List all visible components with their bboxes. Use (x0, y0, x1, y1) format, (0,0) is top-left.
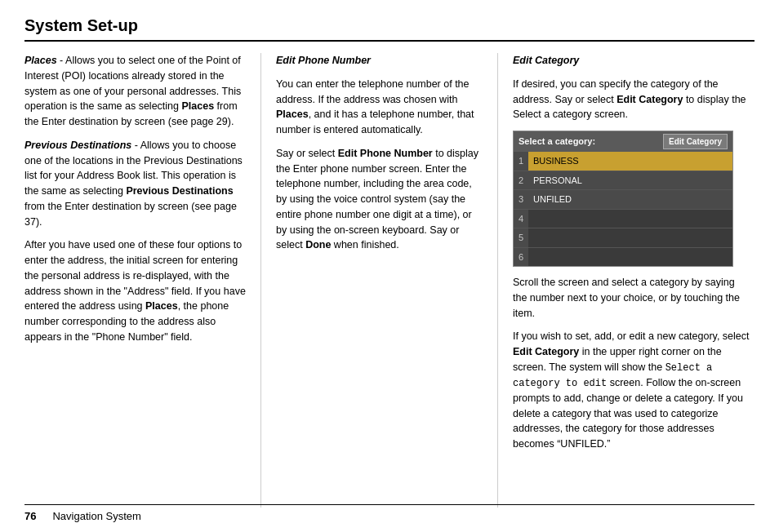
edit-phone-bold: Edit Phone Number (338, 148, 433, 159)
column-left: Places - Allows you to select one of the… (24, 53, 261, 508)
prev-dest-label: Previous Destinations (24, 140, 131, 151)
column-middle: Edit Phone Number You can enter the tele… (261, 53, 498, 508)
right-paragraph-1: If desired, you can specify the category… (513, 77, 751, 122)
nav-row-6-text (528, 248, 732, 267)
nav-screen-header: Select a category: Edit Category (514, 131, 732, 152)
nav-row-3-text: UNFILED (528, 190, 732, 209)
left-paragraph-2: Previous Destinations - Allows you to ch… (24, 138, 246, 230)
right-section-title-p: Edit Category (513, 53, 751, 69)
page-title: System Set-up (24, 16, 755, 42)
nav-row-2[interactable]: 2 PERSONAL (514, 171, 732, 191)
nav-row-5-num: 5 (514, 228, 528, 247)
nav-row-1[interactable]: 1 BUSINESS (514, 152, 732, 171)
right-paragraph-2: Scroll the screen and select a category … (513, 275, 751, 321)
nav-row-2-text: PERSONAL (528, 171, 732, 190)
edit-category-bold: Edit Category (617, 94, 683, 105)
left-p2-mid: from the Enter destination by screen (se… (24, 201, 237, 228)
nav-row-6: 6 (514, 248, 732, 267)
middle-paragraph-1: You can enter the telephone number of th… (276, 77, 483, 138)
select-category-display: Select a category to edit (513, 362, 712, 389)
edit-phone-title: Edit Phone Number (276, 55, 371, 66)
content-area: Places - Allows you to select one of the… (24, 53, 755, 508)
nav-row-4-num: 4 (514, 210, 528, 228)
page-container: System Set-up Places - Allows you to sel… (0, 0, 779, 532)
nav-row-1-num: 1 (514, 152, 528, 171)
nav-screen: Select a category: Edit Category 1 BUSIN… (513, 131, 733, 267)
nav-edit-category-btn[interactable]: Edit Category (663, 134, 728, 149)
left-paragraph-3: After you have used one of these four op… (24, 237, 246, 344)
prev-dest-bold: Previous Destinations (126, 185, 233, 197)
footer-nav-title: Navigation System (52, 510, 140, 522)
nav-row-6-num: 6 (514, 248, 528, 267)
edit-category-title: Edit Category (513, 55, 579, 66)
nav-header-label: Select a category: (519, 135, 595, 149)
done-bold: Done (305, 239, 331, 250)
right-paragraph-3: If you wish to set, add, or edit a new c… (513, 329, 751, 452)
nav-row-3[interactable]: 3 UNFILED (514, 190, 732, 210)
places-bold-3: Places (145, 300, 178, 312)
nav-row-5: 5 (514, 228, 732, 248)
places-bold: Places (181, 100, 214, 112)
nav-row-3-num: 3 (514, 190, 528, 209)
nav-row-4: 4 (514, 210, 732, 229)
nav-row-5-text (528, 228, 732, 247)
middle-section-title: Edit Phone Number (276, 53, 483, 69)
nav-row-4-text (528, 210, 732, 228)
nav-row-1-text: BUSINESS (528, 152, 732, 171)
edit-category-bold-2: Edit Category (513, 346, 579, 357)
middle-paragraph-2: Say or select Edit Phone Number to displ… (276, 146, 483, 253)
places-label: Places (24, 55, 57, 66)
nav-row-2-num: 2 (514, 171, 528, 190)
footer-page-number: 76 (24, 510, 36, 522)
column-right: Edit Category If desired, you can specif… (498, 53, 751, 508)
places-bold-mid: Places (276, 109, 309, 120)
left-paragraph-1: Places - Allows you to select one of the… (24, 53, 246, 130)
footer-bar: 76 Navigation System (24, 504, 755, 522)
